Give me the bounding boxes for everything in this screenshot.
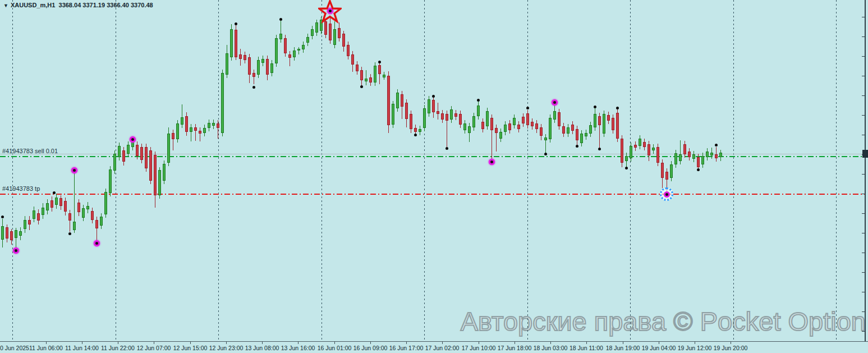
candle-body-bear: [454, 113, 457, 117]
candle-body-bull: [270, 63, 273, 73]
time-axis-label: 19 Jun 20:00: [714, 345, 748, 351]
candle-body-bull: [423, 108, 426, 128]
time-axis-tick: [82, 342, 82, 344]
time-axis-label: 16 Jun 01:00: [318, 345, 352, 351]
candle-body-bear: [441, 113, 444, 120]
candle-body-bull: [679, 154, 682, 161]
time-axis-label: 18 Jun 19:00: [606, 345, 640, 351]
candle-body-bull: [275, 38, 278, 63]
time-axis-label: 16 Jun 17:00: [389, 345, 424, 351]
candle-body-bear: [683, 144, 686, 154]
candle-body-bear: [522, 117, 525, 123]
time-axis-tick: [442, 342, 443, 344]
candle-body-bear: [136, 145, 139, 156]
candle-body-bear: [149, 150, 152, 181]
candle-body-bear: [526, 113, 529, 125]
candle-body-bull: [670, 164, 673, 178]
symbol-dropdown-icon[interactable]: ▼: [3, 3, 8, 8]
fractal-dot: [616, 107, 619, 109]
fractal-dot: [68, 232, 71, 235]
candle-body-bear: [369, 77, 372, 82]
time-axis-label: 12 Jun 15:00: [173, 345, 208, 351]
candle-body-bull: [468, 126, 471, 133]
candle-body-bull: [553, 111, 556, 120]
candle-body-bear: [194, 127, 197, 131]
candle-body-bear: [688, 152, 691, 157]
candle-body-bear: [347, 45, 350, 56]
time-axis-label: 17 Jun 18:00: [498, 345, 532, 351]
candle-body-bear: [410, 114, 412, 129]
candle-body-bear: [284, 38, 287, 53]
candle-body-bear: [248, 57, 251, 75]
red-star-marker: [318, 0, 342, 24]
fractal-dot: [235, 22, 237, 25]
candle-body-bear: [50, 200, 53, 208]
time-axis-label: 0 Jun 2025: [0, 345, 29, 351]
take-profit-line[interactable]: [0, 194, 866, 195]
candle-body-bear: [140, 147, 143, 160]
candle-body-bull: [33, 210, 35, 219]
candle-body-bear: [360, 70, 363, 80]
candle-body-bear: [598, 116, 601, 125]
candle-wick: [290, 51, 290, 66]
candle-body-bear: [356, 65, 359, 71]
sell-order-line[interactable]: [0, 156, 866, 157]
candle-body-bull: [181, 117, 183, 125]
time-axis[interactable]: 0 Jun 202511 Jun 06:0011 Jun 14:0011 Jun…: [0, 341, 868, 353]
chart-title: ▼XAUUSD_m,H1 3368.04 3371.19 3366.40 337…: [3, 2, 153, 8]
fractal-dot: [414, 134, 417, 136]
fractal-dot: [53, 191, 56, 194]
candle-body-bear: [95, 220, 98, 228]
candle-body-bear: [621, 139, 623, 163]
candle-body-bull: [504, 125, 507, 132]
candle-body-bull: [706, 152, 709, 157]
candle-body-bear: [244, 55, 246, 60]
candle-body-bull: [630, 146, 632, 158]
candle-body-bear: [405, 103, 408, 119]
candle-wick: [195, 124, 196, 141]
candle-body-bear: [643, 142, 646, 147]
candle-body-bull: [710, 153, 713, 155]
price-axis-tick: [862, 135, 865, 135]
candle-body-bull: [257, 60, 260, 75]
candle-body-bull: [589, 125, 592, 134]
candle-body-bear: [715, 154, 718, 158]
candle-body-bull: [701, 156, 704, 164]
candle-body-bear: [37, 213, 40, 221]
candle-body-bear: [28, 220, 31, 224]
candle-body-bull: [118, 146, 121, 157]
candle-body-bull: [463, 123, 466, 130]
candle-body-bull: [15, 230, 17, 238]
fractal-dot: [1, 216, 4, 218]
candle-body-bull: [392, 104, 394, 125]
time-axis-tick: [479, 342, 479, 344]
trading-terminal-window: Авторские права © Pocket Option ▼XAUUSD_…: [0, 0, 868, 353]
fractal-dot: [526, 107, 529, 109]
candle-body-bull: [190, 127, 192, 132]
time-axis-label: 13 Jun 08:00: [245, 345, 279, 351]
price-axis-tick: [862, 292, 865, 292]
candle-body-bull: [302, 45, 305, 49]
candle-body-bull: [639, 139, 641, 146]
candle-body-bear: [401, 94, 403, 107]
time-axis-label: 12 Jun 23:00: [209, 345, 244, 351]
candle-wick: [281, 21, 281, 43]
price-axis-tick: [862, 213, 865, 214]
time-axis-label: 11 Jun 14:00: [65, 345, 99, 351]
candle-body-bull: [100, 217, 103, 226]
candle-body-bear: [612, 118, 614, 130]
candle-body-bear: [437, 111, 439, 114]
candle-body-bull: [383, 75, 385, 77]
candle-body-bull: [203, 128, 206, 133]
price-chart-area[interactable]: Авторские права © Pocket Option ▼XAUUSD_…: [0, 0, 868, 341]
candle-body-bull: [163, 164, 166, 181]
fractal-dot: [432, 95, 435, 98]
candle-body-bull: [719, 153, 722, 157]
watermark: Авторские права © Pocket Option: [461, 306, 866, 337]
time-axis-label: 19 Jun 04:00: [642, 345, 676, 351]
fractal-dot: [544, 153, 547, 155]
candle-body-bull: [306, 37, 309, 43]
fractal-dot: [279, 18, 282, 21]
price-axis-tick: [862, 36, 865, 37]
time-axis-tick: [586, 342, 587, 344]
